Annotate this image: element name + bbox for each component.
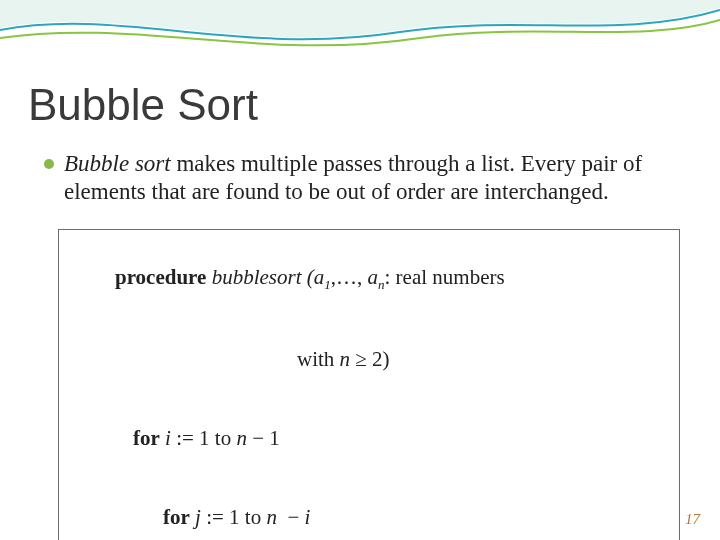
kw-for-1: for: [133, 426, 160, 450]
wave-decor: [0, 0, 720, 70]
algo-line-2: with n ≥ 2): [73, 320, 665, 399]
kw-for-2: for: [163, 505, 190, 529]
slide-body: Bubble sort makes multiple passes throug…: [44, 150, 680, 540]
algo-line-4: for j := 1 to n − i: [73, 478, 665, 540]
page-number: 17: [685, 511, 700, 528]
algo-name: bubblesort (: [206, 265, 313, 289]
f1-n: n: [236, 426, 247, 450]
args-tail: : real numbers: [385, 265, 505, 289]
f2-n: n: [266, 505, 277, 529]
bullet-text: Bubble sort makes multiple passes throug…: [64, 150, 680, 205]
term: Bubble sort: [64, 151, 171, 176]
l2-rest: ≥ 2): [350, 347, 390, 371]
slide: Bubble Sort Bubble sort makes multiple p…: [0, 0, 720, 540]
algorithm-box: procedure bubblesort (a1,…, an: real num…: [58, 229, 680, 540]
bullet-dot-icon: [44, 159, 54, 169]
f2c: −: [277, 505, 305, 529]
arg-a1: a: [314, 265, 325, 289]
kw-procedure: procedure: [115, 265, 206, 289]
algo-line-3: for i := 1 to n − 1: [73, 399, 665, 478]
l2-n: n: [340, 347, 351, 371]
slide-title: Bubble Sort: [28, 80, 258, 130]
args-mid: ,…,: [331, 265, 368, 289]
f2b: := 1 to: [201, 505, 267, 529]
arg-an: a: [367, 265, 378, 289]
f2-i: i: [305, 505, 311, 529]
algo-line-1: procedure bubblesort (a1,…, an: real num…: [73, 238, 665, 320]
bullet-item: Bubble sort makes multiple passes throug…: [44, 150, 680, 205]
l2-pre: with: [297, 347, 340, 371]
f1c: − 1: [247, 426, 280, 450]
f1b: := 1 to: [171, 426, 237, 450]
